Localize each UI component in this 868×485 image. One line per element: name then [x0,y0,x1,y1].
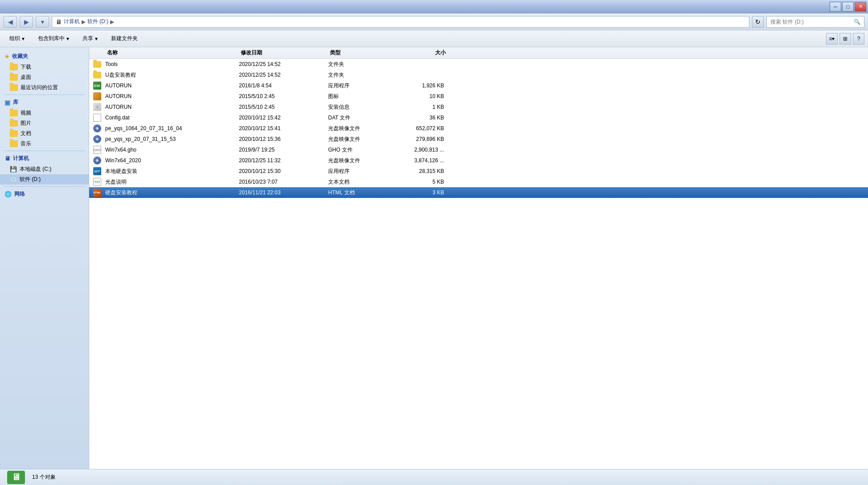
sidebar-item-music[interactable]: 音乐 [0,139,89,149]
file-icon-10: APP [93,167,102,176]
table-row[interactable]: Config.dat 2020/10/12 15:42 DAT 文件 36 KB [89,112,868,123]
toolbar-right: ≡▾ ⊞ ? [826,33,864,45]
path-separator-1: ▶ [82,19,86,25]
table-row[interactable]: TXT 光盘说明 2016/10/23 7:07 文本文档 5 KB [89,177,868,187]
sidebar-item-doc[interactable]: 文档 [0,128,89,139]
library-section: ▣ 库 视频 图片 文档 音乐 [0,97,89,149]
search-box[interactable]: 🔍 [766,16,864,28]
table-row[interactable]: HTML 硬盘安装教程 2016/11/21 22:03 HTML 文档 3 K… [89,187,868,198]
file-size-10: 28,315 KB [399,168,453,174]
file-date-3: 2015/5/10 2:45 [239,93,328,99]
sidebar-item-recent[interactable]: 最近访问的位置 [0,82,89,93]
back-button[interactable]: ◀ [4,16,17,28]
file-name-3: AUTORUN [105,93,239,99]
file-type-1: 文件夹 [328,71,399,79]
file-date-11: 2016/10/23 7:07 [239,179,328,185]
file-name-7: pe_yqs_xp_20_07_31_15_53 [105,136,239,142]
table-row[interactable]: U盘安装教程 2020/12/25 14:52 文件夹 [89,70,868,80]
refresh-button[interactable]: ↻ [752,16,764,28]
star-icon: ★ [4,53,9,60]
include-dropdown-icon: ▾ [66,36,69,42]
file-type-12: HTML 文档 [328,189,399,197]
sidebar-divider-3 [4,186,85,187]
app-logo: 🖥 [7,471,25,484]
file-size-11: 5 KB [399,179,453,185]
include-library-button[interactable]: 包含到库中 ▾ [32,33,75,45]
file-date-2: 2016/1/8 4:54 [239,82,328,89]
sidebar: ★ 收藏夹 下载 桌面 最近访问的位置 ▣ 库 [0,47,89,469]
file-name-12: 硬盘安装教程 [105,189,239,197]
address-path[interactable]: 🖥 计算机 ▶ 软件 (D:) ▶ [52,16,749,28]
sidebar-item-desktop[interactable]: 桌面 [0,72,89,82]
path-segment-drive[interactable]: 软件 (D:) [87,18,108,25]
file-name-9: Win7x64_2020 [105,157,239,164]
table-row[interactable]: Win7x64_2020 2020/12/25 11:32 光盘映像文件 3,8… [89,155,868,166]
file-size-4: 1 KB [399,104,453,110]
favorites-section: ★ 收藏夹 下载 桌面 最近访问的位置 [0,51,89,93]
new-folder-label: 新建文件夹 [111,35,138,42]
computer-section: 🖥 计算机 💾 本地磁盘 (C:) 💿 软件 (D:) [0,153,89,185]
file-type-6: 光盘映像文件 [328,125,399,132]
minimize-button[interactable]: ─ [830,2,841,12]
picture-label: 图片 [21,119,31,127]
sidebar-item-picture[interactable]: 图片 [0,118,89,128]
file-list-header: 名称 修改日期 类型 大小 [89,47,868,59]
file-name-6: pe_yqs_1064_20_07_31_16_04 [105,125,239,132]
recent-locations-button[interactable]: ▾ [36,16,49,28]
sidebar-item-drive-d[interactable]: 💿 软件 (D:) [0,174,89,185]
file-icon-8: GHO [93,145,102,154]
file-type-9: 光盘映像文件 [328,157,399,164]
organize-button[interactable]: 组织 ▾ [4,33,30,45]
table-row[interactable]: pe_yqs_xp_20_07_31_15_53 2020/10/12 15:3… [89,134,868,144]
new-folder-button[interactable]: 新建文件夹 [105,33,144,45]
table-row[interactable]: pe_yqs_1064_20_07_31_16_04 2020/10/12 15… [89,123,868,134]
forward-button[interactable]: ▶ [20,16,33,28]
sidebar-item-drive-c[interactable]: 💾 本地磁盘 (C:) [0,164,89,174]
folder-icon [10,110,18,116]
maximize-button[interactable]: □ [842,2,854,12]
help-button[interactable]: ? [853,33,864,45]
download-label: 下载 [21,63,31,71]
network-section: 🌐 网络 [0,189,89,200]
table-row[interactable]: APP 本地硬盘安装 2020/10/12 15:30 应用程序 28,315 … [89,166,868,177]
file-type-3: 图标 [328,93,399,100]
sidebar-item-download[interactable]: 下载 [0,62,89,72]
folder-icon [10,130,18,137]
col-name-header[interactable]: 名称 [89,49,241,57]
col-size-header[interactable]: 大小 [401,49,455,57]
share-button[interactable]: 共享 ▾ [77,33,103,45]
table-row[interactable]: i AUTORUN 2015/5/10 2:45 安装信息 1 KB [89,102,868,112]
folder-icon [10,120,18,127]
folder-icon [10,140,18,147]
view-options-button[interactable]: ≡▾ [826,33,838,45]
status-bar: 🖥 13 个对象 [0,469,868,485]
file-icon-7 [93,135,102,144]
library-header[interactable]: ▣ 库 [0,97,89,108]
file-icon-6 [93,124,102,133]
layout-button[interactable]: ⊞ [839,33,851,45]
search-input[interactable] [770,19,852,25]
network-header[interactable]: 🌐 网络 [0,189,89,200]
computer-label: 计算机 [13,155,29,162]
table-row[interactable]: Tools 2020/12/25 14:52 文件夹 [89,59,868,70]
col-type-header[interactable]: 类型 [330,49,401,57]
col-date-header[interactable]: 修改日期 [241,49,330,57]
music-label: 音乐 [21,140,31,148]
file-name-11: 光盘说明 [105,178,239,186]
file-size-8: 2,900,813 ... [399,147,453,153]
table-row[interactable]: GHO Win7x64.gho 2019/9/7 19:25 GHO 文件 2,… [89,144,868,155]
close-button[interactable]: ✕ [855,2,866,12]
table-row[interactable]: EXE AUTORUN 2016/1/8 4:54 应用程序 1,926 KB [89,80,868,91]
file-icon-9 [93,156,102,165]
computer-header[interactable]: 🖥 计算机 [0,153,89,164]
library-label: 库 [13,99,18,106]
favorites-header[interactable]: ★ 收藏夹 [0,51,89,62]
sidebar-item-video[interactable]: 视频 [0,108,89,118]
drive-c-icon: 💾 [10,166,17,173]
file-icon-5 [93,113,102,122]
table-row[interactable]: AUTORUN 2015/5/10 2:45 图标 10 KB [89,91,868,102]
file-date-9: 2020/12/25 11:32 [239,157,328,164]
file-date-0: 2020/12/25 14:52 [239,61,328,67]
file-icon-0 [93,60,102,69]
path-segment-computer[interactable]: 计算机 [64,18,80,25]
